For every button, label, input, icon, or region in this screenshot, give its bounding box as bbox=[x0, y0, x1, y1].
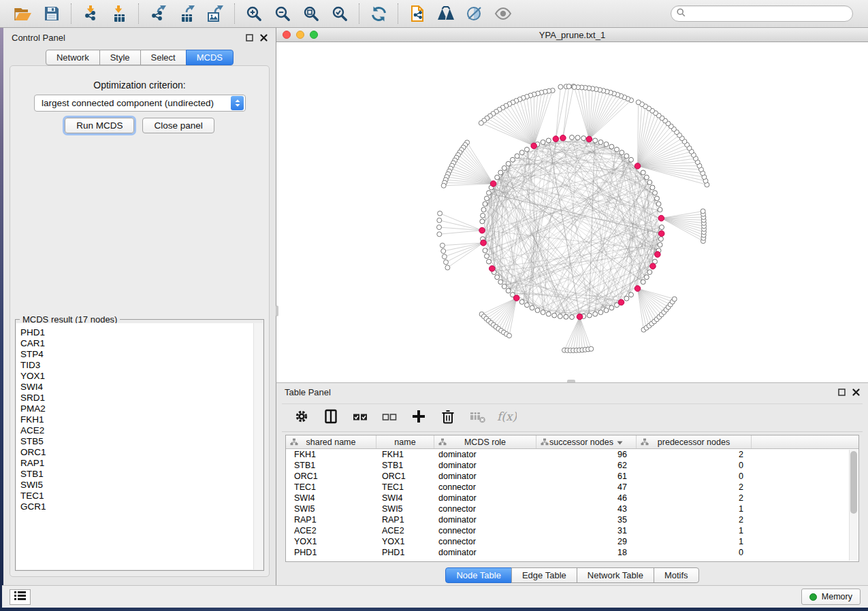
mcds-hub-node[interactable] bbox=[658, 215, 664, 221]
mcds-result-item[interactable]: SWI5 bbox=[20, 480, 263, 491]
select-all-button[interactable] bbox=[351, 409, 369, 427]
mcds-result-item[interactable]: FKH1 bbox=[20, 414, 263, 425]
criterion-select[interactable]: largest connected component (undirected) bbox=[34, 95, 246, 112]
table-scrollbar[interactable] bbox=[849, 450, 858, 561]
network-canvas[interactable] bbox=[276, 42, 868, 382]
mcds-result-item[interactable]: PMA2 bbox=[20, 403, 263, 414]
close-icon[interactable] bbox=[260, 34, 268, 42]
mcds-result-item[interactable]: TID3 bbox=[20, 360, 263, 371]
zoom-out-button[interactable] bbox=[272, 3, 293, 24]
tab-node-table[interactable]: Node Table bbox=[445, 567, 512, 583]
memory-button[interactable]: Memory bbox=[801, 589, 861, 605]
tab-select[interactable]: Select bbox=[140, 50, 187, 65]
mcds-result-item[interactable]: STB5 bbox=[20, 436, 263, 447]
column-header-name[interactable]: name bbox=[376, 435, 434, 448]
mcds-hub-node[interactable] bbox=[481, 240, 487, 246]
mcds-hub-node[interactable] bbox=[560, 135, 566, 141]
mcds-hub-node[interactable] bbox=[577, 314, 583, 320]
maximize-traffic-light[interactable] bbox=[310, 31, 318, 39]
unselect-all-button[interactable] bbox=[381, 409, 398, 427]
table-float-icon[interactable] bbox=[838, 389, 846, 396]
close-traffic-light[interactable] bbox=[283, 31, 291, 39]
column-header-shared-name[interactable]: shared name bbox=[286, 435, 376, 448]
table-row-ACE2[interactable]: ACE2ACE2connector311 bbox=[286, 525, 858, 536]
export-table-button[interactable] bbox=[176, 3, 197, 24]
import-network-button[interactable] bbox=[80, 3, 101, 24]
mcds-hub-node[interactable] bbox=[531, 143, 537, 149]
add-row-button[interactable] bbox=[410, 409, 428, 427]
mcds-result-item[interactable]: GCR1 bbox=[20, 501, 263, 512]
mcds-hub-node[interactable] bbox=[586, 136, 592, 142]
tab-motifs[interactable]: Motifs bbox=[654, 567, 699, 583]
table-row-FKH1[interactable]: FKH1FKH1dominator962 bbox=[286, 449, 858, 460]
tab-network-table[interactable]: Network Table bbox=[577, 567, 654, 583]
mcds-hub-node[interactable] bbox=[553, 136, 559, 142]
tab-edge-table[interactable]: Edge Table bbox=[511, 567, 577, 583]
task-history-button[interactable] bbox=[10, 589, 31, 605]
table-row-YOX1[interactable]: YOX1YOX1connector291 bbox=[286, 536, 858, 547]
column-header-successor-nodes[interactable]: successor nodes bbox=[536, 435, 637, 448]
mcds-hub-node[interactable] bbox=[634, 286, 641, 292]
mcds-result-item[interactable]: STP4 bbox=[20, 349, 263, 360]
mcds-result-scrollbar[interactable] bbox=[253, 323, 263, 569]
columns-button[interactable] bbox=[322, 409, 340, 427]
table-row-SWI4[interactable]: SWI4SWI4dominator462 bbox=[286, 493, 858, 503]
zoom-in-button[interactable] bbox=[244, 3, 264, 24]
settings-button[interactable] bbox=[293, 409, 310, 427]
mcds-hub-node[interactable] bbox=[489, 265, 496, 271]
table-row-TEC1[interactable]: TEC1TEC1connector472 bbox=[286, 482, 858, 493]
mcds-hub-node[interactable] bbox=[479, 227, 485, 233]
save-session-button[interactable] bbox=[42, 3, 62, 24]
show-graphics-details-button[interactable] bbox=[493, 3, 513, 24]
zoom-fit-button[interactable] bbox=[301, 3, 321, 24]
run-mcds-button[interactable]: Run MCDS bbox=[65, 118, 134, 133]
overview-button[interactable] bbox=[436, 3, 456, 24]
mcds-hub-node[interactable] bbox=[634, 163, 641, 169]
minimize-traffic-light[interactable] bbox=[296, 31, 304, 39]
tab-network[interactable]: Network bbox=[46, 50, 100, 65]
search-input[interactable] bbox=[690, 9, 847, 18]
float-icon[interactable] bbox=[246, 34, 253, 42]
import-table-button[interactable] bbox=[109, 3, 129, 24]
network-window-titlebar[interactable]: YPA_prune.txt_1 bbox=[276, 28, 868, 42]
splitter-grip-vertical[interactable] bbox=[276, 306, 278, 316]
mcds-result-item[interactable]: STB1 bbox=[20, 469, 263, 480]
mcds-hub-node[interactable] bbox=[490, 181, 496, 187]
refresh-button[interactable] bbox=[368, 3, 389, 24]
search-box[interactable] bbox=[671, 5, 853, 22]
share-network-button[interactable] bbox=[407, 3, 428, 24]
mcds-result-item[interactable]: PHD1 bbox=[20, 327, 263, 338]
mcds-result-item[interactable]: RAP1 bbox=[20, 458, 263, 469]
mcds-hub-node[interactable] bbox=[513, 295, 519, 301]
hide-graphics-details-button[interactable] bbox=[464, 3, 485, 24]
mcds-hub-node[interactable] bbox=[655, 252, 661, 258]
close-panel-button[interactable]: Close panel bbox=[142, 118, 214, 133]
delete-row-button[interactable] bbox=[439, 409, 457, 427]
table-row-STB1[interactable]: STB1STB1dominator620 bbox=[286, 460, 858, 471]
mcds-hub-node[interactable] bbox=[658, 231, 664, 237]
mcds-result-item[interactable]: ORC1 bbox=[20, 447, 263, 458]
tab-style[interactable]: Style bbox=[99, 50, 141, 65]
column-header-predecessor-nodes[interactable]: predecessor nodes bbox=[637, 435, 752, 448]
export-network-button[interactable] bbox=[148, 3, 168, 24]
mcds-result-item[interactable]: SWI4 bbox=[20, 382, 263, 393]
table-row-PHD1[interactable]: PHD1PHD1dominator180 bbox=[286, 547, 858, 558]
table-row-SWI5[interactable]: SWI5SWI5connector431 bbox=[286, 503, 858, 514]
mcds-result-item[interactable]: CAR1 bbox=[20, 338, 263, 349]
mcds-result-item[interactable]: SRD1 bbox=[20, 393, 263, 403]
open-file-button[interactable] bbox=[13, 3, 33, 24]
mcds-result-item[interactable]: YOX1 bbox=[20, 371, 263, 382]
zoom-selected-button[interactable] bbox=[329, 3, 350, 24]
mcds-hub-node[interactable] bbox=[650, 263, 656, 269]
mcds-result-item[interactable]: TEC1 bbox=[20, 491, 263, 501]
table-row-RAP1[interactable]: RAP1RAP1dominator352 bbox=[286, 514, 858, 525]
mcds-result-list[interactable]: PHD1CAR1STP4TID3YOX1SWI4SRD1PMA2FKH1ACE2… bbox=[16, 323, 263, 569]
table-close-icon[interactable] bbox=[852, 389, 860, 396]
export-image-button[interactable] bbox=[205, 3, 225, 24]
tab-mcds[interactable]: MCDS bbox=[186, 50, 234, 65]
mcds-hub-node[interactable] bbox=[618, 299, 624, 306]
table-scrollbar-thumb[interactable] bbox=[850, 451, 857, 514]
mcds-result-item[interactable]: ACE2 bbox=[20, 425, 263, 436]
column-header-MCDS-role[interactable]: MCDS role bbox=[434, 435, 536, 448]
table-row-ORC1[interactable]: ORC1ORC1dominator610 bbox=[286, 471, 858, 482]
